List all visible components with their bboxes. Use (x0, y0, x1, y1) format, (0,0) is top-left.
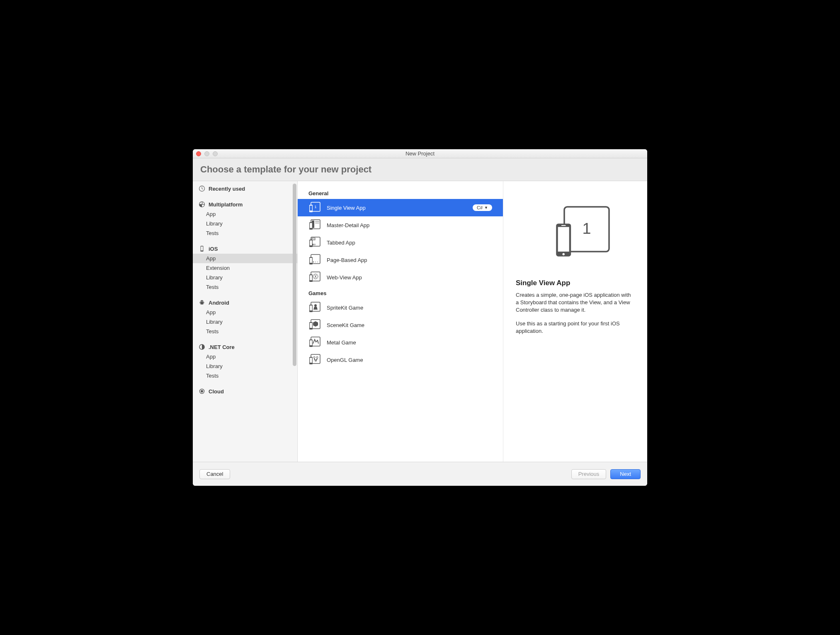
template-group-header: General (298, 186, 503, 199)
sidebar-item[interactable]: Tests (193, 371, 297, 381)
svg-rect-27 (310, 240, 312, 245)
svg-rect-14 (310, 206, 312, 211)
svg-point-3 (202, 251, 202, 251)
sidebar-item[interactable]: Tests (193, 327, 297, 336)
template-icon (308, 319, 321, 331)
window-controls (196, 151, 218, 156)
minimize-window-button (204, 151, 209, 156)
sidebar-cat-android[interactable]: Android (193, 298, 297, 308)
sidebar-cat-label: Cloud (209, 388, 224, 395)
category-sidebar: Recently used Multiplatform App Library … (193, 181, 298, 462)
sidebar-item[interactable]: App (193, 352, 297, 361)
sidebar-item[interactable]: Extension (193, 263, 297, 273)
scrollbar-thumb[interactable] (293, 184, 296, 366)
template-spritekit-game[interactable]: SpriteKit Game (298, 299, 503, 316)
svg-rect-7 (204, 302, 204, 303)
svg-point-39 (314, 304, 317, 307)
template-label: Metal Game (327, 339, 492, 346)
close-window-button[interactable] (196, 151, 201, 156)
sidebar-cat-label: iOS (209, 246, 218, 252)
new-project-dialog: New Project Choose a template for your n… (193, 149, 647, 486)
next-button[interactable]: Next (610, 469, 641, 479)
svg-rect-20 (310, 223, 312, 228)
template-icon (308, 254, 321, 266)
svg-rect-33 (310, 258, 312, 263)
zoom-window-button (213, 151, 218, 156)
dialog-footer: Cancel Previous Next (193, 462, 647, 486)
svg-point-5 (202, 301, 203, 301)
sidebar-item[interactable]: App (193, 209, 297, 219)
dialog-header: Choose a template for your new project (193, 158, 647, 181)
language-label: C# (477, 205, 483, 210)
previous-button[interactable]: Previous (571, 469, 607, 479)
svg-point-58 (562, 253, 564, 255)
cancel-button[interactable]: Cancel (199, 469, 230, 479)
template-icon (308, 219, 321, 231)
sidebar-recent[interactable]: Recently used (193, 184, 297, 194)
svg-rect-57 (558, 227, 569, 252)
template-metal-game[interactable]: Metal Game (298, 334, 503, 351)
template-label: Web-View App (327, 274, 492, 281)
android-icon (199, 299, 205, 306)
svg-rect-47 (310, 340, 312, 345)
sidebar-item[interactable]: App (193, 308, 297, 317)
sidebar-recent-label: Recently used (209, 186, 245, 192)
template-label: OpenGL Game (327, 357, 492, 363)
svg-rect-59 (561, 225, 566, 226)
svg-point-31 (317, 262, 318, 262)
sidebar-cat-label: .NET Core (209, 344, 235, 350)
template-page-based-app[interactable]: Page-Based App (298, 251, 503, 269)
svg-point-4 (201, 301, 202, 301)
svg-rect-2 (201, 247, 203, 251)
template-scenekit-game[interactable]: SceneKit Game (298, 316, 503, 334)
template-icon (308, 301, 321, 314)
template-icon (308, 354, 321, 366)
dialog-heading: Choose a template for your new project (200, 164, 640, 175)
sidebar-item[interactable]: Library (193, 273, 297, 282)
template-label: SceneKit Game (327, 322, 492, 328)
template-label: Page-Based App (327, 257, 492, 263)
template-opengl-game[interactable]: OpenGL Game (298, 351, 503, 368)
svg-text:First: First (312, 238, 315, 240)
template-icon (308, 336, 321, 349)
sidebar-cat-cloud[interactable]: Cloud (193, 386, 297, 396)
svg-point-49 (313, 356, 315, 358)
template-master-detail-app[interactable]: Master-Detail App (298, 216, 503, 234)
template-group-header: Games (298, 286, 503, 299)
svg-rect-44 (310, 323, 312, 328)
sidebar-item[interactable]: Tests (193, 228, 297, 238)
cloud-icon (199, 388, 205, 395)
template-icon (308, 271, 321, 284)
sidebar-item[interactable]: Tests (193, 282, 297, 292)
window-title: New Project (193, 150, 647, 157)
sidebar-item[interactable]: Library (193, 361, 297, 371)
svg-text:1: 1 (582, 220, 591, 237)
language-selector[interactable]: C# ▼ (473, 204, 492, 211)
template-tabbed-app[interactable]: First Tabbed App (298, 234, 503, 251)
template-detail: 1 Single View App Creates a simple, one-… (503, 181, 647, 462)
sidebar-cat-netcore[interactable]: .NET Core (193, 342, 297, 352)
svg-rect-25 (314, 244, 316, 245)
sidebar-item[interactable]: Library (193, 317, 297, 327)
template-illustration: 1 (516, 202, 635, 264)
svg-point-50 (316, 356, 318, 358)
sidebar-item-ios-app[interactable]: App (193, 254, 297, 263)
template-icon: 1 (308, 201, 321, 214)
sidebar-cat-multiplatform[interactable]: Multiplatform (193, 199, 297, 209)
svg-point-10 (201, 390, 203, 392)
sidebar-item[interactable]: Library (193, 219, 297, 228)
svg-rect-37 (310, 275, 312, 280)
detail-paragraph: Use this as a starting point for your fi… (516, 320, 635, 335)
svg-rect-41 (310, 305, 312, 310)
phone-icon (199, 245, 205, 252)
sidebar-cat-label: Multiplatform (209, 201, 243, 208)
template-label: Single View App (327, 205, 467, 211)
svg-rect-53 (310, 358, 312, 363)
template-single-view-app[interactable]: 1 Single View App C# ▼ (298, 199, 503, 216)
svg-point-29 (313, 262, 314, 262)
clock-icon (199, 185, 205, 192)
sidebar-cat-ios[interactable]: iOS (193, 244, 297, 254)
svg-text:1: 1 (314, 205, 316, 209)
template-web-view-app[interactable]: Web-View App (298, 269, 503, 286)
netcore-icon (199, 344, 205, 350)
